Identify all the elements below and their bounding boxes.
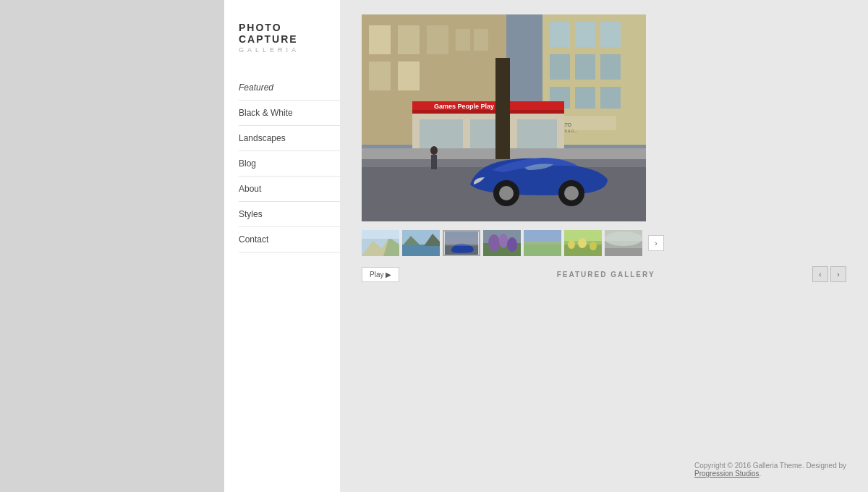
svg-rect-74 <box>605 248 642 256</box>
svg-point-75 <box>605 232 642 246</box>
gallery-area: REXALTO SUNDRIES & G... Games People Pla… <box>340 0 868 297</box>
svg-rect-17 <box>575 87 595 109</box>
svg-point-61 <box>507 237 517 252</box>
svg-rect-8 <box>474 29 488 51</box>
svg-point-35 <box>499 186 514 200</box>
logo: PHOTO CAPTURE GALLERIA <box>224 0 340 75</box>
svg-rect-18 <box>600 87 621 109</box>
site-title: PHOTO CAPTURE <box>239 22 326 45</box>
svg-rect-32 <box>495 58 510 159</box>
left-panel <box>0 0 224 492</box>
footer-link[interactable]: Progression Studios <box>694 470 760 478</box>
sidebar-nav: Featured Black & White Landscapes Blog A… <box>224 75 340 253</box>
nav-link-bw[interactable]: Black & White <box>239 101 340 125</box>
nav-link-featured[interactable]: Featured <box>239 75 340 100</box>
svg-rect-3 <box>398 25 420 54</box>
svg-rect-28 <box>517 119 557 152</box>
prev-button[interactable]: ‹ <box>812 266 828 282</box>
svg-point-70 <box>578 238 587 248</box>
site-subtitle: GALLERIA <box>239 46 326 54</box>
svg-rect-56 <box>445 238 478 246</box>
svg-point-59 <box>488 234 500 252</box>
thumbnails-row: › <box>362 230 846 256</box>
svg-rect-26 <box>420 119 463 152</box>
nav-item-contact[interactable]: Contact <box>239 227 340 253</box>
nav-link-landscapes[interactable]: Landscapes <box>239 126 340 150</box>
svg-rect-5 <box>369 62 391 90</box>
svg-text:Games People Play: Games People Play <box>434 103 494 110</box>
thumbnail-6[interactable] <box>564 230 602 256</box>
thumbnail-3[interactable] <box>443 230 480 256</box>
svg-rect-12 <box>600 22 621 47</box>
footer-suffix: . <box>760 470 762 478</box>
nav-item-bw[interactable]: Black & White <box>239 101 340 126</box>
nav-link-contact[interactable]: Contact <box>239 227 340 252</box>
svg-rect-10 <box>550 22 570 47</box>
thumbnails-next-button[interactable]: › <box>648 235 664 251</box>
nav-item-landscapes[interactable]: Landscapes <box>239 126 340 151</box>
svg-point-60 <box>499 234 508 248</box>
svg-point-69 <box>568 240 575 249</box>
svg-rect-63 <box>524 243 561 256</box>
main-content: REXALTO SUNDRIES & G... Games People Pla… <box>340 0 868 492</box>
nav-item-featured[interactable]: Featured <box>239 75 340 101</box>
nav-buttons: ‹ › <box>812 266 846 282</box>
svg-rect-11 <box>575 22 595 47</box>
svg-rect-4 <box>427 25 448 54</box>
sidebar: PHOTO CAPTURE GALLERIA Featured Black & … <box>224 0 340 492</box>
footer-text: Copyright © 2016 Galleria Theme. Designe… <box>694 462 846 470</box>
play-button[interactable]: Play ▶ <box>362 267 399 282</box>
gallery-title: FEATURED GALLERY <box>399 271 812 279</box>
next-button[interactable]: › <box>830 266 846 282</box>
footer: Copyright © 2016 Galleria Theme. Designe… <box>694 462 868 478</box>
svg-rect-15 <box>600 54 621 80</box>
gallery-controls: Play ▶ FEATURED GALLERY ‹ › <box>362 266 846 282</box>
svg-rect-7 <box>456 29 470 51</box>
nav-link-about[interactable]: About <box>239 177 340 201</box>
nav-item-blog[interactable]: Blog <box>239 151 340 177</box>
thumbnail-2[interactable] <box>402 230 440 256</box>
thumbnail-5[interactable] <box>524 230 561 256</box>
svg-rect-6 <box>398 62 420 90</box>
svg-rect-51 <box>402 245 440 256</box>
nav-link-styles[interactable]: Styles <box>239 202 340 226</box>
svg-rect-44 <box>431 155 437 169</box>
svg-rect-65 <box>524 241 561 245</box>
svg-point-37 <box>564 186 579 200</box>
thumbnail-4[interactable] <box>483 230 521 256</box>
svg-rect-13 <box>550 54 570 80</box>
svg-rect-14 <box>575 54 595 80</box>
svg-point-43 <box>430 146 438 155</box>
nav-link-blog[interactable]: Blog <box>239 151 340 176</box>
thumbnail-1[interactable] <box>362 230 399 256</box>
nav-item-styles[interactable]: Styles <box>239 202 340 227</box>
svg-rect-23 <box>412 110 564 114</box>
thumbnail-7[interactable] <box>605 230 642 256</box>
nav-item-about[interactable]: About <box>239 177 340 202</box>
svg-rect-2 <box>369 25 391 54</box>
main-photo: REXALTO SUNDRIES & G... Games People Pla… <box>362 14 646 221</box>
svg-point-71 <box>590 242 597 250</box>
svg-rect-49 <box>362 230 399 239</box>
